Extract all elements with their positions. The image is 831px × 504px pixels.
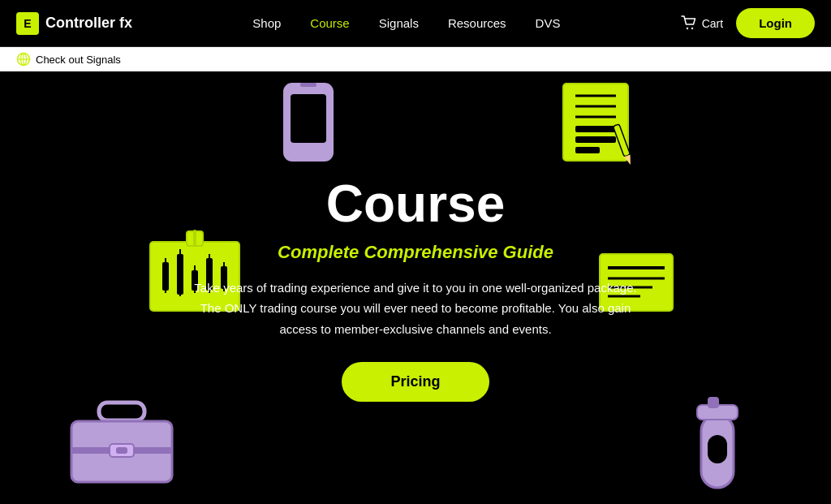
hero-title: Course bbox=[326, 174, 506, 234]
signals-bar: Check out Signals bbox=[0, 47, 831, 71]
deco-toolbox bbox=[65, 398, 179, 488]
globe-icon bbox=[16, 52, 31, 67]
login-button[interactable]: Login bbox=[736, 8, 815, 38]
svg-rect-7 bbox=[291, 94, 326, 143]
svg-rect-14 bbox=[575, 136, 616, 143]
svg-rect-21 bbox=[162, 262, 169, 291]
nav-right: Cart Login bbox=[681, 8, 815, 38]
svg-rect-43 bbox=[697, 405, 738, 420]
nav-shop[interactable]: Shop bbox=[252, 16, 281, 30]
deco-spray bbox=[685, 390, 750, 496]
deco-notebook bbox=[547, 75, 644, 173]
svg-rect-36 bbox=[99, 403, 144, 420]
hero-description: Take years of trading experience and giv… bbox=[188, 278, 643, 340]
navbar: E Controller fx Shop Course Signals Reso… bbox=[0, 0, 831, 47]
pricing-button[interactable]: Pricing bbox=[342, 362, 489, 402]
logo-icon: E bbox=[16, 12, 39, 35]
svg-marker-17 bbox=[624, 154, 634, 166]
nav-dvs[interactable]: DVS bbox=[536, 16, 561, 30]
svg-point-0 bbox=[687, 27, 688, 28]
signals-bar-text: Check out Signals bbox=[36, 54, 121, 66]
deco-phone bbox=[276, 80, 341, 169]
svg-rect-37 bbox=[71, 421, 172, 482]
svg-rect-23 bbox=[177, 254, 183, 295]
hero-section: Course Complete Comprehensive Guide Take… bbox=[0, 71, 831, 504]
svg-rect-15 bbox=[575, 147, 600, 153]
nav-links: Shop Course Signals Resources DVS bbox=[252, 16, 560, 30]
svg-rect-8 bbox=[300, 83, 316, 87]
cart-icon bbox=[681, 15, 697, 32]
svg-rect-42 bbox=[708, 435, 727, 463]
nav-resources[interactable]: Resources bbox=[448, 16, 506, 30]
logo[interactable]: E Controller fx bbox=[16, 12, 132, 35]
svg-rect-39 bbox=[110, 444, 134, 457]
logo-text: Controller fx bbox=[45, 15, 132, 32]
svg-rect-40 bbox=[116, 447, 127, 454]
svg-rect-38 bbox=[71, 447, 172, 454]
svg-rect-19 bbox=[187, 231, 203, 246]
svg-rect-20 bbox=[193, 230, 196, 246]
svg-point-1 bbox=[691, 27, 693, 28]
hero-subtitle: Complete Comprehensive Guide bbox=[278, 242, 553, 263]
svg-rect-44 bbox=[708, 397, 719, 408]
svg-rect-16 bbox=[613, 124, 630, 157]
svg-rect-41 bbox=[701, 415, 734, 488]
cart-label: Cart bbox=[702, 17, 723, 30]
svg-rect-9 bbox=[563, 84, 628, 161]
cart-button[interactable]: Cart bbox=[681, 15, 723, 32]
svg-rect-13 bbox=[575, 126, 616, 132]
svg-rect-6 bbox=[284, 84, 333, 161]
nav-signals[interactable]: Signals bbox=[379, 16, 419, 30]
signals-bar-link[interactable]: Check out Signals bbox=[16, 52, 121, 67]
nav-course[interactable]: Course bbox=[310, 16, 349, 30]
